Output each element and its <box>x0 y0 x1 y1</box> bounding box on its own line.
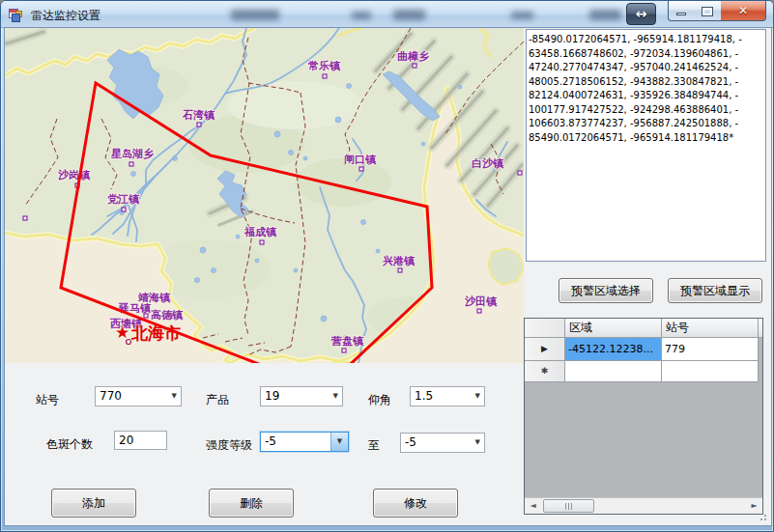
redacted-text <box>511 12 533 19</box>
coordinate-line: 82124.0400724631, -935926.384894744, - <box>529 89 763 103</box>
spot-count-value: 20 <box>119 434 133 447</box>
modify-button[interactable]: 修改 <box>373 489 458 518</box>
town-label: 党江镇 <box>107 193 140 206</box>
intensity-combobox[interactable]: -5 ▼ <box>260 432 349 452</box>
minimize-icon <box>676 13 686 15</box>
chevron-down-icon: ▼ <box>475 434 480 452</box>
grid-header-station[interactable]: 站号 <box>662 319 759 338</box>
city-label: 北海市 <box>130 323 181 343</box>
product-label: 产品 <box>206 392 229 408</box>
warning-area-select-button[interactable]: 预警区域选择 <box>559 278 653 303</box>
app-icon <box>9 7 24 22</box>
scrollbar-thumb[interactable] <box>543 499 594 513</box>
new-row-icon: ✱ <box>541 366 549 376</box>
to-label: 至 <box>368 437 380 454</box>
coordinate-line: 85490.0172064571, -965914.181179418* <box>529 131 763 146</box>
town-label: 星岛湖乡 <box>110 148 154 160</box>
coordinate-line: 48005.2718506152, -943882.330847821, - <box>529 75 763 90</box>
redacted-text <box>352 12 371 19</box>
elevation-combobox[interactable]: 1.5 ▼ <box>410 386 485 406</box>
station-value: 770 <box>100 389 122 403</box>
city-label-group: ★ 北海市 <box>115 322 181 345</box>
grid-corner-cell <box>525 319 565 338</box>
spot-count-label: 色斑个数 <box>46 436 93 453</box>
chevron-down-icon: ▼ <box>333 387 338 406</box>
titlebar[interactable]: 雷达监控设置 ↔ ✕ <box>1 1 774 28</box>
town-label: 石湾镇 <box>182 109 215 122</box>
town-marker <box>359 167 363 171</box>
town-marker <box>477 309 481 313</box>
minimize-button[interactable] <box>668 1 695 21</box>
current-row-icon: ▶ <box>541 344 548 353</box>
town-marker <box>413 64 416 68</box>
town-label: 常乐镇 <box>308 60 341 72</box>
chevron-down-icon: ▼ <box>330 433 348 451</box>
resize-arrows-icon: ↔ <box>636 6 647 21</box>
maximize-icon <box>702 8 712 15</box>
town-marker <box>144 314 148 318</box>
town-label: 曲樟乡 <box>397 50 429 63</box>
client-area: 沙岗镇星岛湖乡石湾镇党江镇常乐镇曲樟乡闸口镇白沙镇福成镇兴港镇沙田镇营盘镇靖海镇… <box>5 28 771 525</box>
intensity-to-combobox[interactable]: -5 ▼ <box>400 433 485 453</box>
redacted-text <box>231 10 279 20</box>
grid-header-filler <box>759 319 762 338</box>
coordinates-textbox[interactable]: -85490.0172064571, -965914.181179418, -6… <box>526 29 766 262</box>
town-marker <box>197 123 201 126</box>
window-title: 雷达监控设置 <box>31 8 100 24</box>
region-data-grid[interactable]: 区域 站号 ▶ -45122.12238... 779 ✱ ◄ ► <box>524 318 763 515</box>
grid-new-row-header[interactable]: ✱ <box>525 361 565 382</box>
town-label: 沙岗镇 <box>58 169 91 182</box>
close-button[interactable]: ✕ <box>721 1 766 21</box>
coordinate-line: -85490.0172064571, -965914.181179418, - <box>529 33 763 47</box>
spot-count-input[interactable]: 20 <box>114 431 167 450</box>
town-marker <box>342 349 346 352</box>
grid-new-cell-station[interactable] <box>662 361 759 382</box>
scroll-left-icon[interactable]: ◄ <box>525 498 541 514</box>
elevation-value: 1.5 <box>415 389 433 403</box>
town-label: 白沙镇 <box>472 157 504 170</box>
redacted-text <box>393 10 425 20</box>
maximize-button[interactable] <box>694 1 722 21</box>
map-canvas[interactable]: 沙岗镇星岛湖乡石湾镇党江镇常乐镇曲樟乡闸口镇白沙镇福成镇兴港镇沙田镇营盘镇靖海镇… <box>5 28 524 363</box>
grid-row-header[interactable]: ▶ <box>525 338 565 361</box>
town-marker <box>518 171 522 175</box>
warning-area-display-button[interactable]: 预警区域显示 <box>668 278 762 303</box>
grid-new-cell-area[interactable] <box>565 361 662 382</box>
grid-header-area[interactable]: 区域 <box>565 319 662 338</box>
scroll-right-icon[interactable]: ► <box>746 498 762 514</box>
town-marker <box>323 74 327 78</box>
product-value: 19 <box>265 389 279 403</box>
station-combobox[interactable]: 770 ▼ <box>95 386 182 406</box>
coordinate-line: 47240.2770474347, -957040.241462524, - <box>529 61 763 75</box>
grid-horizontal-scrollbar[interactable]: ◄ ► <box>525 497 762 514</box>
town-label: 高德镇 <box>151 309 184 322</box>
product-combobox[interactable]: 19 ▼ <box>260 386 343 406</box>
intensity-to-value: -5 <box>405 435 416 449</box>
town-label: 沙田镇 <box>465 295 498 308</box>
resize-window-button[interactable]: ↔ <box>626 3 656 25</box>
intensity-label: 强度等级 <box>206 437 252 454</box>
station-label: 站号 <box>36 392 59 408</box>
window: 雷达监控设置 ↔ ✕ <box>0 0 774 532</box>
coordinate-line: 100177.917427522, -924298.463886401, - <box>529 103 763 118</box>
grid-cell-area[interactable]: -45122.12238... <box>565 338 662 361</box>
grid-cell-station[interactable]: 779 <box>662 338 759 361</box>
delete-button[interactable]: 删除 <box>209 489 294 518</box>
town-label: 兴港镇 <box>382 255 416 267</box>
city-star-icon: ★ <box>115 322 129 342</box>
chevron-down-icon: ▼ <box>475 387 480 406</box>
town-marker <box>260 240 264 244</box>
chevron-down-icon: ▼ <box>172 387 177 406</box>
close-icon: ✕ <box>738 4 748 17</box>
add-button[interactable]: 添加 <box>51 489 136 518</box>
town-label: 营盘镇 <box>330 335 364 348</box>
town-label: 闸口镇 <box>344 154 377 166</box>
town-label: 福成镇 <box>244 226 277 238</box>
elevation-label: 仰角 <box>368 392 391 408</box>
town-marker <box>129 162 133 166</box>
town-marker <box>398 268 402 272</box>
town-marker <box>122 208 126 211</box>
town-marker <box>23 216 27 220</box>
redacted-text <box>589 10 621 20</box>
coordinate-line: 63458.1668748602, -972034.139604861, - <box>529 47 763 62</box>
